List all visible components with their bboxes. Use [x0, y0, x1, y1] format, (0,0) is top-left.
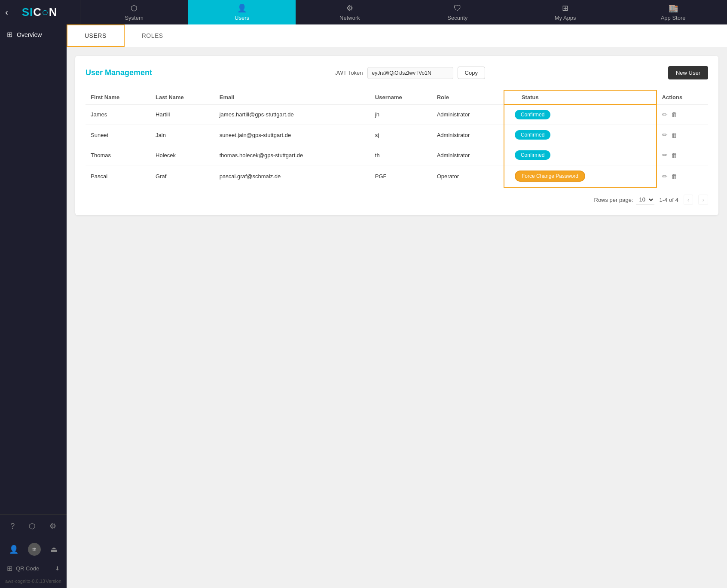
rows-per-page: Rows per page: 10 25 50	[594, 195, 654, 204]
cell-actions: ✏ 🗑	[657, 165, 708, 188]
status-badge: Force Change Password	[515, 171, 585, 182]
cell-status: Confirmed	[504, 145, 657, 165]
version-label: Version	[46, 579, 61, 584]
table-row: James Hartill james.hartill@gps-stuttgar…	[86, 104, 708, 125]
sidebar-bottom: ? ⬡ ⚙ 👤 th ⏏ ⊞ QR Code ⬇ aws-cognito-0.0…	[0, 514, 67, 588]
next-page-button[interactable]: ›	[698, 195, 708, 205]
cell-last-name: Jain	[150, 125, 214, 145]
app-store-icon: 🏬	[669, 3, 678, 13]
col-role: Role	[432, 90, 504, 104]
users-table: First Name Last Name Email Username Role…	[86, 90, 708, 188]
status-badge: Confirmed	[515, 130, 550, 140]
overview-icon: ⊞	[7, 30, 12, 39]
cell-email: james.hartill@gps-stuttgart.de	[214, 104, 370, 125]
cell-last-name: Holecek	[150, 145, 214, 165]
col-email: Email	[214, 90, 370, 104]
cell-actions: ✏ 🗑	[657, 125, 708, 145]
my-apps-icon: ⊞	[562, 3, 568, 13]
sidebar-bottom-row-2: 👤 th ⏏	[0, 538, 67, 561]
user-management-card: User Management JWT Token Copy New User …	[75, 56, 718, 215]
nav-item-network[interactable]: ⚙ Network	[296, 0, 403, 24]
table-row: Suneet Jain suneet.jain@gps-stuttgart.de…	[86, 125, 708, 145]
tab-roles[interactable]: ROLES	[125, 24, 180, 47]
avatar[interactable]: th	[28, 543, 41, 556]
delete-icon[interactable]: 🗑	[671, 152, 678, 159]
edit-icon[interactable]: ✏	[662, 131, 668, 139]
cell-email: pascal.graf@schmalz.de	[214, 165, 370, 188]
download-icon[interactable]: ⬇	[55, 565, 60, 572]
tab-users[interactable]: USERS	[67, 24, 125, 47]
nav-security-label: Security	[447, 15, 467, 21]
edit-icon[interactable]: ✏	[662, 111, 668, 119]
nav-item-app-store[interactable]: 🏬 App Store	[619, 0, 727, 24]
help-icon[interactable]: ?	[9, 520, 16, 533]
table-header: First Name Last Name Email Username Role…	[86, 90, 708, 104]
edit-icon[interactable]: ✏	[662, 173, 668, 180]
col-last-name: Last Name	[150, 90, 214, 104]
top-navigation: ‹ SIC○N ⬡ System 👤 Users ⚙ Network 🛡 Sec…	[0, 0, 727, 24]
cell-last-name: Graf	[150, 165, 214, 188]
nav-users-label: Users	[235, 15, 249, 21]
jwt-section: JWT Token Copy	[335, 67, 485, 79]
edit-icon[interactable]: ✏	[662, 151, 668, 159]
settings-icon[interactable]: ⚙	[48, 520, 58, 533]
avatar-initials: th	[32, 547, 36, 552]
cell-last-name: Hartill	[150, 104, 214, 125]
sidebar-qr-row[interactable]: ⊞ QR Code ⬇	[0, 561, 67, 576]
cell-status: Force Change Password	[504, 165, 657, 188]
sidebar: ⊞ Overview ? ⬡ ⚙ 👤 th ⏏ ⊞ QR Code ⬇	[0, 24, 67, 588]
delete-icon[interactable]: 🗑	[671, 173, 678, 180]
sidebar-overview-label: Overview	[17, 31, 42, 38]
cell-status: Confirmed	[504, 125, 657, 145]
network-icon: ⚙	[346, 3, 353, 13]
col-status: Status	[504, 90, 657, 104]
card-title: User Management	[86, 68, 152, 77]
main-content: USERS ROLES User Management JWT Token Co…	[67, 24, 727, 588]
copy-button[interactable]: Copy	[458, 67, 485, 79]
delete-icon[interactable]: 🗑	[671, 131, 678, 139]
nav-item-my-apps[interactable]: ⊞ My Apps	[511, 0, 619, 24]
cell-status: Confirmed	[504, 104, 657, 125]
users-icon: 👤	[237, 3, 247, 13]
nav-network-label: Network	[339, 15, 360, 21]
card-header: User Management JWT Token Copy New User	[86, 66, 708, 79]
nav-item-users[interactable]: 👤 Users	[188, 0, 296, 24]
rows-per-page-label: Rows per page:	[594, 197, 633, 203]
col-actions: Actions	[657, 90, 708, 104]
nav-app-store-label: App Store	[661, 15, 686, 21]
action-icons: ✏ 🗑	[662, 173, 703, 180]
action-icons: ✏ 🗑	[662, 151, 703, 159]
prev-page-button[interactable]: ‹	[684, 195, 693, 205]
table-body: James Hartill james.hartill@gps-stuttgar…	[86, 104, 708, 187]
user-profile-icon[interactable]: 👤	[7, 543, 20, 556]
version-id: aws-cognito-0.0.13	[5, 579, 45, 584]
action-icons: ✏ 🗑	[662, 111, 703, 119]
plugin-icon[interactable]: ⬡	[27, 520, 37, 533]
nav-item-system[interactable]: ⬡ System	[80, 0, 188, 24]
cell-email: thomas.holecek@gps-stuttgart.de	[214, 145, 370, 165]
security-icon: 🛡	[454, 4, 461, 13]
jwt-input[interactable]	[367, 67, 453, 79]
nav-system-label: System	[125, 15, 143, 21]
back-button[interactable]: ‹	[0, 0, 13, 24]
cell-role: Operator	[432, 165, 504, 188]
qr-label: QR Code	[16, 565, 39, 572]
content-area: User Management JWT Token Copy New User …	[67, 47, 727, 588]
new-user-button[interactable]: New User	[668, 66, 708, 79]
delete-icon[interactable]: 🗑	[671, 111, 678, 118]
logout-icon[interactable]: ⏏	[49, 543, 59, 556]
cell-first-name: Thomas	[86, 145, 150, 165]
sidebar-item-overview[interactable]: ⊞ Overview	[0, 24, 67, 45]
cell-role: Administrator	[432, 145, 504, 165]
cell-username: sj	[370, 125, 432, 145]
cell-first-name: Suneet	[86, 125, 150, 145]
jwt-label: JWT Token	[335, 70, 363, 76]
rows-per-page-select[interactable]: 10 25 50	[636, 195, 654, 204]
logo-area: SIC○N	[13, 0, 80, 24]
nav-my-apps-label: My Apps	[555, 15, 576, 21]
pagination-row: Rows per page: 10 25 50 1-4 of 4 ‹ ›	[86, 195, 708, 205]
logo-text: SIC○N	[22, 6, 58, 19]
status-badge: Confirmed	[515, 110, 550, 119]
status-badge: Confirmed	[515, 150, 550, 160]
nav-item-security[interactable]: 🛡 Security	[403, 0, 511, 24]
